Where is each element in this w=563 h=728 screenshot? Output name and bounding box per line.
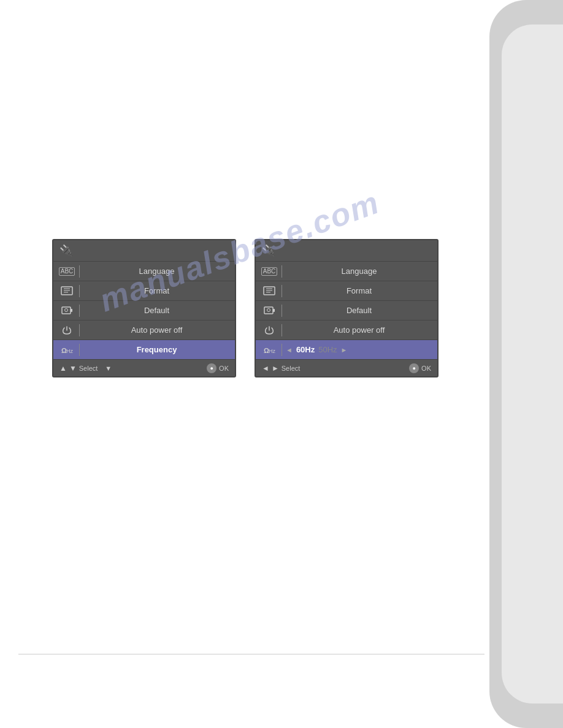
ok-control2[interactable]: ● OK [409,363,431,373]
freq-option1[interactable]: 60Hz [296,345,315,354]
ok-label2: OK [421,365,431,372]
language-icon2: ABC [261,267,278,276]
abc-icon: ABC [59,267,75,276]
frequency-icon: Ω Hz [58,345,75,355]
screen2-row-frequency[interactable]: Ω Hz ◄ 60Hz 50Hz ► [256,339,437,359]
screen1-row-default[interactable]: Default [53,300,235,320]
up-arrow-icon: ▲ [59,364,67,373]
divider [79,344,80,356]
screen2-row-autopower[interactable]: Auto power off [256,320,437,339]
format-label2: Format [286,286,432,295]
right-arrow-icon: ► [272,364,279,373]
divider2 [282,344,282,356]
format-label: Format [83,286,230,295]
abc-icon2: ABC [261,267,278,276]
screen2: 🔌 ABC Language [255,239,439,377]
screen1: 🔌 ABC Language [52,239,236,377]
down-arrow2-icon: ▼ [105,365,112,372]
divider [79,265,80,278]
svg-text:Hz: Hz [269,348,275,354]
freq-option2[interactable]: 50Hz [318,345,337,354]
divider2 [282,305,282,317]
divider2 [282,265,282,278]
screen2-row-default[interactable]: Default [256,300,437,320]
autopower-icon2 [261,325,278,335]
screen1-footer: ▲ ▼ Select ▼ ● OK [53,359,235,376]
select-control2: ◄ ► Select [262,364,300,373]
format-icon [58,286,75,296]
autopower-icon [58,325,75,335]
svg-rect-6 [71,309,72,312]
language-label: Language [83,267,230,276]
divider [79,305,80,317]
freq-left-arrow-icon[interactable]: ◄ [286,346,293,354]
autopower-label2: Auto power off [286,325,432,335]
screen2-row-language[interactable]: ABC Language [256,261,437,281]
svg-text:Hz: Hz [66,348,73,354]
select-control: ▲ ▼ Select ▼ [59,364,112,373]
right-decoration [489,0,563,728]
svg-rect-4 [62,307,71,314]
screen1-row-frequency[interactable]: Ω Hz Frequency [53,339,235,359]
left-arrow-icon: ◄ [262,364,269,373]
screens-container: 🔌 ABC Language [52,239,439,377]
format-icon2 [261,286,278,296]
default-icon2 [261,306,278,316]
down-arrow-icon: ▼ [69,364,77,373]
frequency-label: Frequency [83,345,230,354]
divider [79,285,80,297]
ok-label: OK [219,365,229,372]
divider2 [282,285,282,297]
freq-right-arrow-icon[interactable]: ► [341,346,348,354]
bottom-divider [18,654,484,654]
default-label: Default [83,306,230,315]
divider [79,324,80,336]
screen1-row-autopower[interactable]: Auto power off [53,320,235,339]
default-label2: Default [286,306,432,315]
select-label2: Select [282,365,301,372]
svg-rect-15 [273,309,275,312]
language-icon: ABC [58,267,75,276]
ok-button-icon: ● [207,363,216,373]
content-area: 🔌 ABC Language [0,0,491,728]
default-icon [58,306,75,316]
svg-rect-13 [264,307,273,314]
screen1-header: 🔌 [53,240,235,261]
screen1-row-language[interactable]: ABC Language [53,261,235,281]
select-label: Select [79,365,98,372]
frequency-icon2: Ω Hz [261,345,278,355]
screen2-row-format[interactable]: Format [256,281,437,300]
screen2-header: 🔌 [256,240,437,261]
svg-point-5 [65,308,68,311]
ok-control[interactable]: ● OK [207,363,229,373]
screen1-row-format[interactable]: Format [53,281,235,300]
camera-plug-icon2: 🔌 [262,244,275,257]
language-label2: Language [286,267,432,276]
svg-point-14 [267,308,270,311]
screen2-footer: ◄ ► Select ● OK [256,359,437,376]
camera-plug-icon: 🔌 [59,244,73,257]
ok-button-icon2: ● [409,363,419,373]
autopower-label: Auto power off [83,325,230,335]
frequency-options: ◄ 60Hz 50Hz ► [286,345,348,354]
divider2 [282,324,282,336]
right-decoration-inner [502,25,563,703]
